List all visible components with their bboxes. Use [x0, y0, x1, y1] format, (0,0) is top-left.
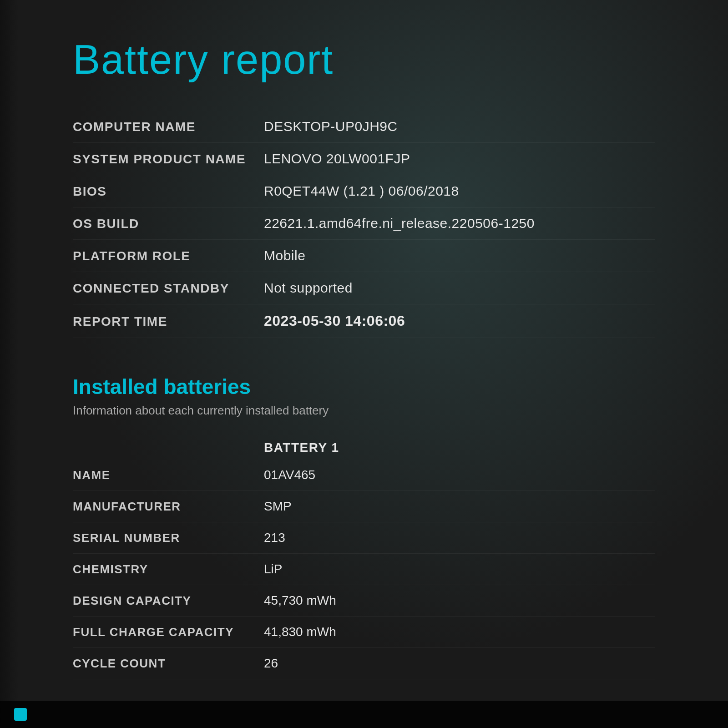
- info-value: 2023-05-30 14:06:06: [264, 313, 405, 329]
- info-value: LENOVO 20LW001FJP: [264, 151, 410, 167]
- info-value: R0QET44W (1.21 ) 06/06/2018: [264, 183, 459, 199]
- battery-row-label: DESIGN CAPACITY: [73, 594, 264, 608]
- battery-row: CYCLE COUNT26: [73, 648, 655, 679]
- installed-batteries-subtitle: Information about each currently install…: [73, 404, 655, 418]
- info-label: OS BUILD: [73, 217, 264, 231]
- info-label: PLATFORM ROLE: [73, 249, 264, 263]
- info-row: REPORT TIME2023-05-30 14:06:06: [73, 304, 655, 338]
- info-label: CONNECTED STANDBY: [73, 281, 264, 296]
- page-title: Battery report: [73, 36, 655, 83]
- battery-1-header: BATTERY 1: [264, 440, 339, 455]
- battery-row-label: SERIAL NUMBER: [73, 531, 264, 545]
- battery-row: MANUFACTURERSMP: [73, 491, 655, 522]
- taskbar-start[interactable]: [9, 703, 32, 726]
- battery-row: FULL CHARGE CAPACITY41,830 mWh: [73, 617, 655, 648]
- info-label: REPORT TIME: [73, 314, 264, 329]
- battery-row-value: 01AV465: [264, 468, 315, 482]
- info-row: OS BUILD22621.1.amd64fre.ni_release.2205…: [73, 207, 655, 240]
- battery-row-value: 41,830 mWh: [264, 625, 336, 639]
- battery-row-label: CHEMISTRY: [73, 562, 264, 576]
- battery-row: CHEMISTRYLiP: [73, 554, 655, 585]
- battery-row: DESIGN CAPACITY45,730 mWh: [73, 585, 655, 617]
- info-label: COMPUTER NAME: [73, 120, 264, 134]
- battery-header-row: BATTERY 1: [73, 440, 655, 455]
- left-edge-shadow: [0, 0, 18, 728]
- battery-row-label: CYCLE COUNT: [73, 657, 264, 671]
- battery-table: BATTERY 1 NAME01AV465MANUFACTURERSMPSERI…: [73, 440, 655, 679]
- info-value: 22621.1.amd64fre.ni_release.220506-1250: [264, 216, 535, 231]
- battery-row-label: NAME: [73, 468, 264, 482]
- info-value: DESKTOP-UP0JH9C: [264, 119, 398, 134]
- system-info-table: COMPUTER NAMEDESKTOP-UP0JH9CSYSTEM PRODU…: [73, 111, 655, 338]
- battery-header-spacer: [73, 440, 264, 455]
- info-row: CONNECTED STANDBYNot supported: [73, 272, 655, 304]
- start-icon: [14, 708, 27, 721]
- info-row: COMPUTER NAMEDESKTOP-UP0JH9C: [73, 111, 655, 143]
- info-label: BIOS: [73, 184, 264, 199]
- installed-batteries-heading: Installed batteries: [73, 374, 655, 399]
- battery-row-value: LiP: [264, 562, 282, 576]
- battery-row-label: FULL CHARGE CAPACITY: [73, 625, 264, 639]
- battery-row-value: 26: [264, 656, 278, 671]
- info-label: SYSTEM PRODUCT NAME: [73, 152, 264, 167]
- battery-row: SERIAL NUMBER213: [73, 522, 655, 554]
- info-value: Not supported: [264, 280, 353, 296]
- battery-row-value: 213: [264, 531, 285, 545]
- main-content: Battery report COMPUTER NAMEDESKTOP-UP0J…: [0, 0, 728, 716]
- battery-row-label: MANUFACTURER: [73, 500, 264, 514]
- battery-row-value: 45,730 mWh: [264, 593, 336, 608]
- info-value: Mobile: [264, 248, 305, 263]
- info-row: PLATFORM ROLEMobile: [73, 240, 655, 272]
- info-row: SYSTEM PRODUCT NAMELENOVO 20LW001FJP: [73, 143, 655, 175]
- info-row: BIOSR0QET44W (1.21 ) 06/06/2018: [73, 175, 655, 207]
- battery-row-value: SMP: [264, 499, 292, 514]
- battery-row: NAME01AV465: [73, 460, 655, 491]
- taskbar: [0, 701, 728, 728]
